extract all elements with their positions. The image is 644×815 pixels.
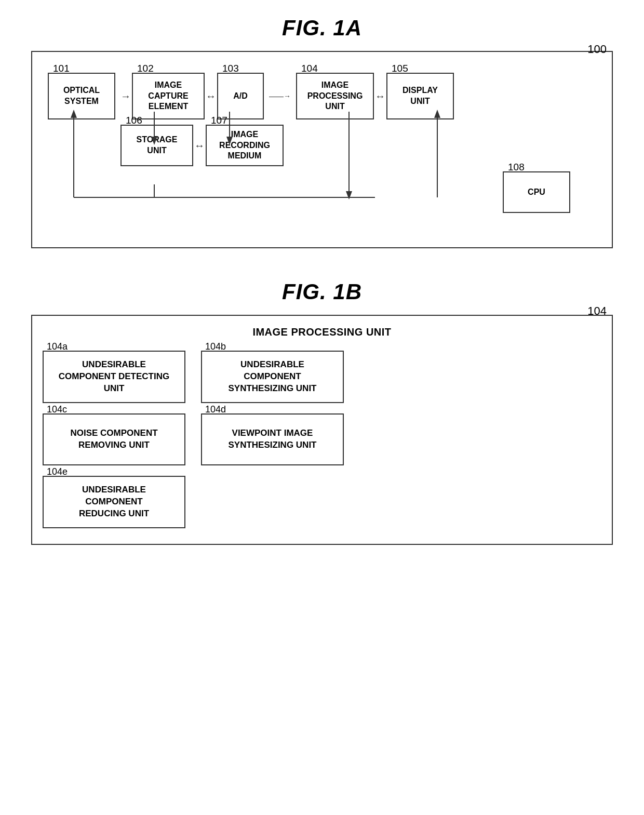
ref-104-main: 104 bbox=[587, 304, 607, 318]
block-ad: 103 A/D bbox=[217, 73, 264, 119]
fig1b-grid: 104a UNDESIRABLECOMPONENT DETECTINGUNIT … bbox=[43, 351, 344, 528]
fig1a-container: 100 101 OPTICALSYSTEM → 102 IMAGECAPTURE… bbox=[31, 51, 613, 248]
block-display: 105 DISPLAYUNIT bbox=[386, 73, 454, 119]
block-capture: 102 IMAGECAPTUREELEMENT bbox=[132, 73, 205, 119]
block-storage: 106 STORAGEUNIT bbox=[120, 125, 193, 166]
arrow-storage-recording: ↔ bbox=[193, 140, 206, 152]
arrow-imgproc-display: ↔ bbox=[374, 90, 386, 102]
arrow-optical-capture: → bbox=[119, 90, 132, 102]
fig1b-container: 104 IMAGE PROCESSING UNIT 104a UNDESIRAB… bbox=[31, 315, 613, 545]
block-104e: 104e UNDESIRABLECOMPONENTREDUCING UNIT bbox=[43, 476, 185, 528]
block-104b: 104b UNDESIRABLECOMPONENTSYNTHESIZING UN… bbox=[201, 351, 344, 403]
arrow-ad-imgproc: ——→ bbox=[264, 92, 296, 100]
ref-100: 100 bbox=[587, 43, 607, 56]
block-optical: 101 OPTICALSYSTEM bbox=[48, 73, 115, 119]
block-104a: 104a UNDESIRABLECOMPONENT DETECTINGUNIT bbox=[43, 351, 185, 403]
block-imgproc: 104 IMAGEPROCESSINGUNIT bbox=[296, 73, 374, 119]
block-104c: 104c NOISE COMPONENTREMOVING UNIT bbox=[43, 413, 185, 465]
block-104d: 104d VIEWPOINT IMAGESYNTHESIZING UNIT bbox=[201, 413, 344, 465]
fig1b-title: FIG. 1B bbox=[31, 279, 613, 304]
block-recording: 107 IMAGERECORDINGMEDIUM bbox=[206, 125, 284, 166]
fig1a-title: FIG. 1A bbox=[31, 16, 613, 41]
arrow-capture-ad: ↔ bbox=[205, 90, 217, 102]
fig1b-header: IMAGE PROCESSING UNIT bbox=[43, 326, 601, 338]
block-cpu: 108 CPU bbox=[503, 171, 570, 213]
